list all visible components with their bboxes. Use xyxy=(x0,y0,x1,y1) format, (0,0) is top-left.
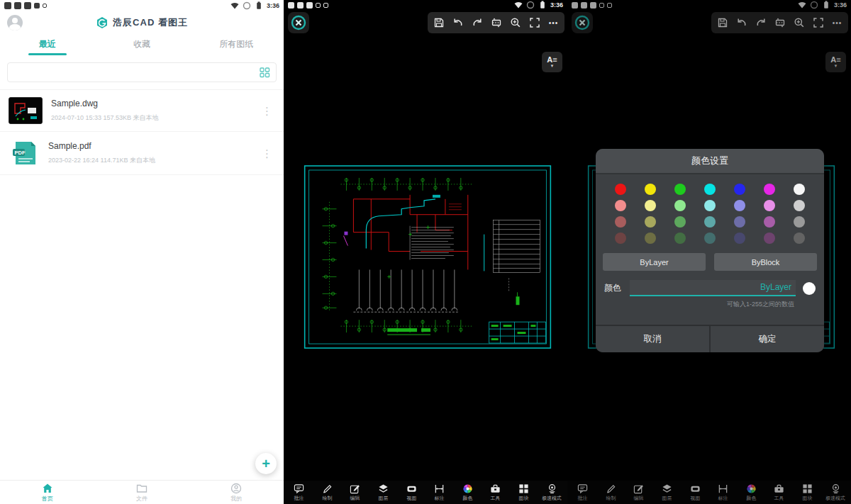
status-bar-left: 3:36 xyxy=(0,0,284,11)
tool-blocks[interactable]: 图块 xyxy=(510,481,538,504)
byblock-button[interactable]: ByBlock xyxy=(714,253,817,271)
file-name: Sample.dwg xyxy=(51,99,250,108)
tool-edit[interactable]: 编辑 xyxy=(341,481,369,504)
app-title: 浩辰CAD 看图王 xyxy=(113,16,188,29)
undo-button[interactable] xyxy=(448,12,467,33)
add-file-button[interactable]: + xyxy=(255,453,277,474)
save-icon xyxy=(433,17,445,28)
save-button[interactable] xyxy=(429,12,448,33)
dimension-icon xyxy=(434,483,445,494)
fit-screen-icon xyxy=(529,17,540,28)
person-icon xyxy=(230,483,242,494)
color-swatch[interactable] xyxy=(794,233,805,244)
color-swatch[interactable] xyxy=(674,216,686,228)
cad-drawing xyxy=(304,165,552,349)
color-swatch[interactable] xyxy=(704,184,716,195)
file-name: Sample.pdf xyxy=(48,141,250,151)
color-swatch[interactable] xyxy=(794,184,805,195)
tool-annotate[interactable]: 批注 xyxy=(285,481,313,504)
color-swatch[interactable] xyxy=(645,233,656,244)
nav-home[interactable]: 首页 xyxy=(0,481,94,504)
bottom-navigation: 首页 文件 我的 xyxy=(0,480,284,504)
tool-label: 编辑 xyxy=(350,495,360,501)
tool-tools[interactable]: 工具 xyxy=(482,481,510,504)
color-swatch[interactable] xyxy=(764,200,775,211)
tool-label: 批注 xyxy=(294,495,304,501)
status-bar-viewer: 3:36 xyxy=(284,0,567,10)
cad-canvas[interactable] xyxy=(304,165,552,349)
color-swatch[interactable] xyxy=(674,233,686,244)
tool-label: 视图 xyxy=(406,495,416,501)
home-icon xyxy=(42,483,53,494)
zoom-button[interactable] xyxy=(506,12,525,33)
color-swatch[interactable] xyxy=(674,200,686,211)
battery-icon xyxy=(538,0,547,10)
undo-icon xyxy=(452,17,464,28)
file-menu-icon[interactable]: ⋮ xyxy=(259,104,275,118)
color-swatch[interactable] xyxy=(615,216,626,228)
bylayer-button[interactable]: ByLayer xyxy=(603,253,706,271)
color-swatch[interactable] xyxy=(674,184,686,195)
redo-button[interactable] xyxy=(467,12,486,33)
tool-fast-mode[interactable]: 极速模式 xyxy=(538,481,566,504)
notification-icon xyxy=(306,2,313,9)
color-swatch[interactable] xyxy=(615,200,626,211)
nav-files[interactable]: 文件 xyxy=(94,481,189,504)
mute-icon xyxy=(243,1,251,10)
notification-icon xyxy=(297,2,304,9)
text-style-icon: A≡ xyxy=(547,56,557,64)
grid-view-icon[interactable] xyxy=(260,67,270,78)
color-swatch[interactable] xyxy=(734,233,745,244)
dwg-thumbnail xyxy=(9,97,43,124)
tab-recent[interactable]: 最近 xyxy=(0,38,94,50)
tool-dimension[interactable]: 标注 xyxy=(425,481,454,504)
tool-view[interactable]: 视图 xyxy=(397,481,425,504)
clock: 3:36 xyxy=(550,1,563,9)
close-drawing-button[interactable] xyxy=(288,12,309,33)
color-swatch[interactable] xyxy=(645,200,656,211)
search-box[interactable] xyxy=(7,62,277,82)
color-swatch[interactable] xyxy=(704,233,716,244)
color-swatch[interactable] xyxy=(645,216,656,228)
layers-icon xyxy=(378,483,389,494)
color-swatch[interactable] xyxy=(645,184,656,195)
file-menu-icon[interactable]: ⋮ xyxy=(259,147,275,160)
color-swatch[interactable] xyxy=(615,184,626,195)
file-row-pdf[interactable]: Sample.pdf 2023-02-22 16:24 114.71KB 来自本… xyxy=(0,132,284,174)
color-swatch[interactable] xyxy=(794,216,805,228)
tool-layers[interactable]: 图层 xyxy=(369,481,398,504)
current-color-swatch[interactable] xyxy=(803,282,816,295)
avatar[interactable] xyxy=(7,15,23,30)
tab-all-drawings[interactable]: 所有图纸 xyxy=(189,38,284,50)
color-palette xyxy=(596,174,824,248)
tool-draw[interactable]: 绘制 xyxy=(313,481,342,504)
nav-me[interactable]: 我的 xyxy=(189,481,284,504)
fit-screen-button[interactable] xyxy=(525,12,544,33)
color-input[interactable]: ByLayer xyxy=(630,280,796,296)
wifi-icon xyxy=(513,1,523,9)
file-row-dwg[interactable]: Sample.dwg 2024-07-10 15:33 157.53KB 来自本… xyxy=(0,90,284,131)
cancel-button[interactable]: 取消 xyxy=(596,326,709,352)
tab-favorites[interactable]: 收藏 xyxy=(94,38,189,50)
color-swatch[interactable] xyxy=(615,233,626,244)
color-wheel-icon xyxy=(462,483,473,494)
color-swatch[interactable] xyxy=(764,184,775,195)
layout-switch-button[interactable] xyxy=(486,12,506,33)
fast-mode-icon xyxy=(547,483,557,494)
more-button[interactable]: ••• xyxy=(544,12,563,33)
color-swatch[interactable] xyxy=(764,233,775,244)
color-swatch[interactable] xyxy=(794,200,805,211)
tool-label: 图层 xyxy=(379,495,389,501)
text-style-button[interactable]: A≡ ▼ xyxy=(542,52,562,72)
viewer-bottom-toolbar: 批注 绘制 编辑 图层 视图 标注 颜色 工具 图块 极速模式 xyxy=(284,481,567,504)
color-swatch[interactable] xyxy=(704,200,716,211)
color-swatch[interactable] xyxy=(734,184,745,195)
color-swatch[interactable] xyxy=(734,200,745,211)
tool-color[interactable]: 颜色 xyxy=(454,481,482,504)
app-logo-icon xyxy=(96,16,109,29)
color-swatch[interactable] xyxy=(704,216,716,228)
color-swatch[interactable] xyxy=(734,216,745,228)
notification-icon xyxy=(14,2,21,9)
color-swatch[interactable] xyxy=(764,216,775,228)
confirm-button[interactable]: 确定 xyxy=(711,326,824,352)
